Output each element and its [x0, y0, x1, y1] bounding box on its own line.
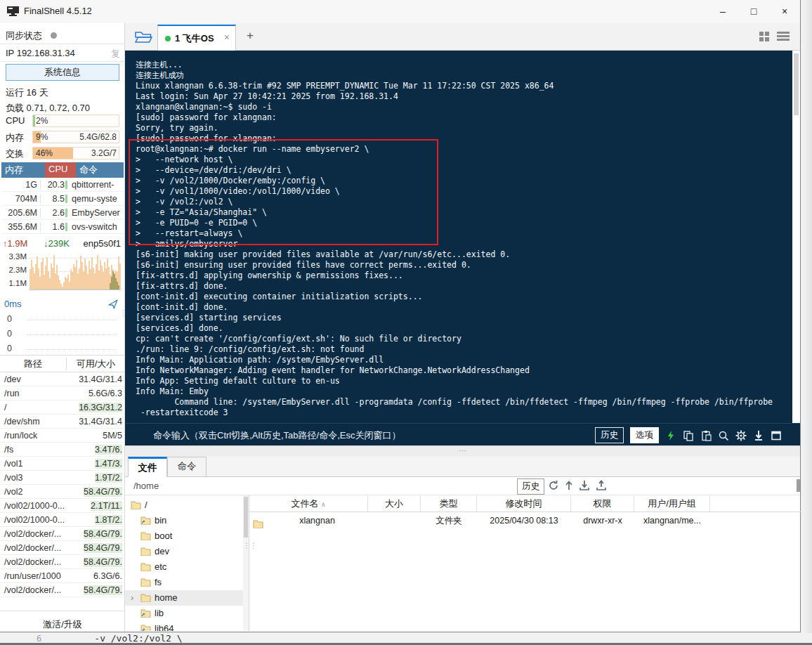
tree-item-dev[interactable]: dev [125, 544, 243, 559]
download-arrow-icon[interactable] [753, 430, 764, 441]
disk-row[interactable]: /run5.6G/6.3 [0, 386, 125, 400]
tree-scrollbar[interactable] [243, 495, 249, 631]
process-row[interactable]: 205.6M2.6EmbyServer [1, 206, 124, 220]
sync-status-dot [51, 32, 57, 39]
disk-path: /vol2/docker/... [0, 557, 67, 567]
parent-dir-icon[interactable] [563, 480, 575, 491]
window-title: FinalShell 4.5.12 [24, 6, 92, 16]
download-file-icon[interactable] [579, 480, 590, 491]
close-button[interactable]: × [773, 3, 797, 20]
expander-icon[interactable]: › [131, 592, 133, 603]
ping-plane-icon[interactable] [108, 299, 118, 309]
system-info-button[interactable]: 系统信息 [6, 64, 119, 81]
disk-row[interactable]: /fs3.4T/6. [0, 443, 125, 457]
tree-item-home[interactable]: ›home [125, 590, 243, 606]
refresh-icon[interactable] [548, 480, 559, 491]
disk-col-path[interactable]: 路径 [0, 358, 67, 370]
disk-row[interactable]: /vol02/1000-0...1.8T/2. [0, 513, 125, 527]
menu-icon[interactable] [777, 32, 790, 41]
col-type[interactable]: 类型 [421, 495, 477, 512]
process-col-memory[interactable]: 内存 [1, 162, 45, 178]
terminal-line: 连接主机成功 [136, 70, 184, 81]
tree-scroll-thumb[interactable] [244, 497, 248, 538]
terminal-line: [services.d] starting services [136, 313, 282, 323]
col-owner[interactable]: 用户/用户组 [634, 495, 710, 512]
disk-row[interactable]: /dev31.4G/31.4 [0, 372, 125, 386]
disk-row[interactable]: /vol2/docker/...58.4G/79. [0, 583, 125, 597]
meter-2: 交换46%3.2G/7 [0, 147, 125, 159]
process-memory: 704M [1, 194, 41, 204]
tree-item-etc[interactable]: etc [125, 559, 243, 575]
options-button[interactable]: 选项 [630, 427, 659, 443]
disk-usage: 3.4T/6. [67, 445, 125, 455]
terminal-scrollbar[interactable] [792, 51, 800, 423]
folder-icon [140, 531, 151, 540]
disk-row[interactable]: /vol02/1000-0...2.1T/11. [0, 499, 125, 513]
sort-asc-icon: ∧ [321, 501, 326, 508]
tree-item-fs[interactable]: fs [125, 575, 243, 590]
upload-file-icon[interactable] [596, 480, 607, 491]
tree-item-lib[interactable]: lib [125, 606, 243, 621]
tab-files[interactable]: 文件 [128, 457, 167, 477]
command-input-placeholder[interactable]: 命令输入（双击Ctrl切换,Alt历史,Tab路径/命令,Esc关闭窗口） [153, 429, 400, 442]
disk-col-usage[interactable]: 可用/大小 [67, 358, 125, 370]
copy-ip-link[interactable]: 复 [111, 48, 120, 60]
tab-close-icon[interactable]: × [224, 32, 230, 43]
process-table-header[interactable]: 内存 CPU 命令 [1, 162, 124, 178]
col-perm[interactable]: 权限 [571, 495, 634, 512]
disk-row[interactable]: /vol258.4G/79. [0, 485, 125, 499]
col-size[interactable]: 大小 [368, 495, 421, 512]
tab-feiniu-os[interactable]: 1 飞牛OS × [157, 25, 236, 51]
disk-row[interactable]: /vol31.9T/2. [0, 471, 125, 485]
terminal-line: xlangnan@xlangnan:~$ sudo -i [136, 102, 272, 112]
history-button[interactable]: 历史 [595, 427, 624, 443]
col-mtime[interactable]: 修改时间 [477, 495, 571, 512]
process-row[interactable]: 704M8.5qemu-syste [1, 192, 124, 206]
process-col-cpu[interactable]: CPU [45, 162, 76, 178]
col-filename[interactable]: 文件名 ∧ [249, 495, 368, 512]
window-mode-icon[interactable] [771, 430, 782, 441]
disk-path: /vol2/docker/... [0, 529, 67, 539]
lightning-icon[interactable] [665, 430, 676, 441]
paste-icon[interactable] [700, 430, 712, 441]
tree-item-lib64[interactable]: lib64 [125, 621, 243, 631]
file-row[interactable]: xlangnan文件夹2025/04/30 08:13drwxr-xr-xxla… [249, 512, 801, 529]
layout-grid-icon[interactable] [759, 32, 770, 42]
disk-row[interactable]: /vol2/docker/...58.4G/79. [0, 541, 125, 555]
search-icon[interactable] [718, 430, 729, 441]
disk-row[interactable]: /dev/shm31.4G/31.4 [0, 415, 125, 429]
tree-item-boot[interactable]: boot [125, 528, 243, 544]
process-row[interactable]: 1G20.3qbittorrent- [1, 178, 124, 192]
minimize-button[interactable]: – [711, 3, 735, 20]
path-history-button[interactable]: 历史 [517, 478, 544, 495]
tree-splitter-grip[interactable]: ⋮⋮ [243, 545, 249, 547]
meter-label: 内存 [6, 131, 24, 144]
disk-row[interactable]: /run/lock5M/5 [0, 429, 125, 443]
disk-row[interactable]: /run/user/10006.3G/6. [0, 569, 125, 583]
tree-item-bin[interactable]: bin [125, 513, 243, 528]
process-col-command[interactable]: 命令 [76, 162, 124, 178]
disk-row[interactable]: /vol2/docker/...58.4G/79. [0, 555, 125, 569]
tab-commands[interactable]: 命令 [167, 457, 207, 477]
open-connection-folder-icon[interactable] [133, 28, 153, 45]
path-input[interactable]: /home [133, 481, 159, 491]
maximize-button[interactable]: □ [742, 3, 766, 20]
command-input-bar[interactable]: 命令输入（双击Ctrl切换,Alt历史,Tab路径/命令,Esc关闭窗口） 历史… [125, 423, 800, 445]
disk-row[interactable]: /16.3G/31.2 [0, 400, 125, 415]
disk-row[interactable]: /vol11.4T/3. [0, 457, 125, 471]
terminal-scroll-thumb[interactable] [794, 53, 799, 115]
process-row[interactable]: 355.6M1.6ovs-vswitch [1, 220, 124, 234]
disk-row[interactable]: /vol2/docker/...58.4G/79. [0, 527, 125, 541]
tree-item-[interactable]: / [125, 497, 243, 513]
disk-table-header[interactable]: 路径 可用/大小 [0, 355, 125, 372]
disk-usage: 58.4G/79. [67, 557, 125, 567]
activate-upgrade-link[interactable]: 激活/升级 [0, 611, 125, 631]
path-bar-scrollbar[interactable] [797, 479, 800, 492]
gear-icon[interactable] [735, 430, 747, 441]
new-tab-button[interactable]: + [243, 29, 257, 43]
terminal-line: Info Main: Emby [136, 386, 209, 397]
copy-icon[interactable] [683, 430, 694, 441]
file-list-header[interactable]: 文件名 ∧ 大小 类型 修改时间 权限 用户/用户组 [249, 495, 801, 512]
panel-splitter[interactable]: ··· [125, 445, 800, 457]
disk-usage: 58.4G/79. [67, 585, 125, 595]
